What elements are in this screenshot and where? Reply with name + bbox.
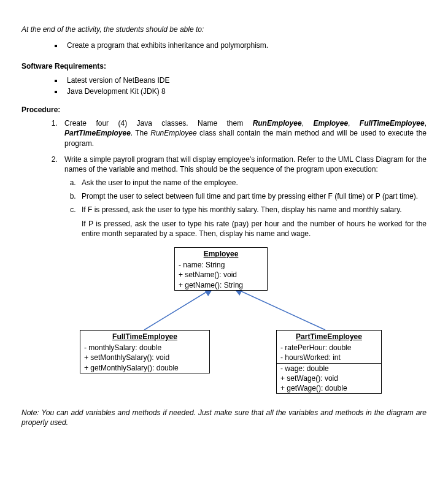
uml-employee: Employee - name: String + setName(): voi…: [174, 247, 268, 291]
uml-attribute: - name: String: [175, 260, 267, 270]
uml-class-title: PartTimeEmployee: [277, 331, 381, 343]
software-item: Java Development Kit (JDK) 8: [63, 86, 427, 96]
uml-method: + setMonthlySalary(): void: [80, 353, 209, 362]
uml-class-title: FullTimeEmployee: [80, 331, 209, 343]
step-2: Write a simple payroll program that will…: [60, 155, 427, 239]
sub-steps: Ask the user to input the name of the em…: [64, 178, 427, 239]
uml-method: + getName(): String: [175, 280, 267, 290]
uml-method: + getWage(): double: [277, 383, 381, 393]
sub-step-b: Prompt the user to select between full t…: [78, 191, 427, 201]
sub-step-a: Ask the user to input the name of the em…: [78, 178, 427, 188]
uml-diagram: Employee - name: String + setName(): voi…: [37, 247, 411, 400]
uml-parttime: PartTimeEmployee - ratePerHour: double -…: [276, 330, 382, 394]
class-name: Employee: [313, 119, 348, 128]
sub-step-c-after: If P is pressed, ask the user to type hi…: [82, 219, 427, 239]
sub-step-c: If F is pressed, ask the user to type hi…: [78, 205, 427, 239]
software-heading: Software Requirements:: [21, 61, 427, 71]
uml-method: + setName(): void: [175, 270, 267, 280]
class-name: RunEmployee: [253, 119, 302, 128]
uml-fulltime: FullTimeEmployee - monthlySalary: double…: [80, 330, 210, 373]
svg-line-1: [233, 288, 325, 330]
objective-item: Create a program that exhibits inheritan…: [63, 40, 427, 50]
intro-text: At the end of the activity, the students…: [21, 25, 427, 34]
procedure-list: Create four (4) Java classes. Name them …: [21, 118, 427, 239]
uml-attribute: - wage: double: [277, 363, 381, 373]
svg-line-0: [144, 288, 214, 330]
uml-attribute: - monthlySalary: double: [80, 343, 209, 353]
uml-class-title: Employee: [175, 248, 267, 260]
software-item: Latest version of NetBeans IDE: [63, 75, 427, 85]
software-list: Latest version of NetBeans IDE Java Deve…: [21, 75, 427, 96]
objectives-list: Create a program that exhibits inheritan…: [21, 40, 427, 50]
class-name: FullTimeEmployee: [360, 119, 425, 128]
uml-method: + setWage(): void: [277, 373, 381, 383]
class-name: RunEmployee: [150, 129, 196, 137]
uml-attribute: - hoursWorked: int: [277, 353, 381, 362]
uml-attribute: - ratePerHour: double: [277, 343, 381, 353]
procedure-heading: Procedure:: [21, 105, 427, 115]
note-text: Note: You can add variables and methods …: [21, 408, 427, 427]
uml-method: + getMonthlySalary(): double: [80, 363, 209, 373]
class-name: PartTimeEmployee: [64, 129, 131, 137]
step-1: Create four (4) Java classes. Name them …: [60, 118, 427, 148]
